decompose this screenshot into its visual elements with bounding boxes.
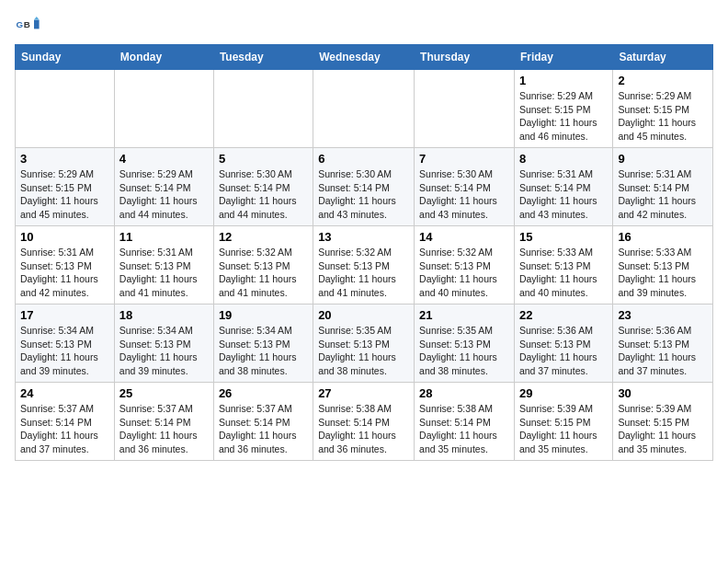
day-info: Sunrise: 5:30 AMSunset: 5:14 PMDaylight:… (318, 167, 409, 222)
day-number: 3 (20, 152, 109, 166)
day-info: Sunrise: 5:32 AMSunset: 5:13 PMDaylight:… (419, 246, 509, 300)
day-info: Sunrise: 5:29 AMSunset: 5:15 PMDaylight:… (20, 167, 109, 222)
day-info: Sunrise: 5:34 AMSunset: 5:13 PMDaylight:… (20, 324, 109, 378)
calendar-cell: 30Sunrise: 5:39 AMSunset: 5:15 PMDayligh… (613, 383, 713, 461)
day-number: 24 (20, 386, 109, 400)
day-number: 28 (419, 386, 509, 400)
calendar-cell: 1Sunrise: 5:29 AMSunset: 5:15 PMDaylight… (514, 70, 612, 148)
day-info: Sunrise: 5:33 AMSunset: 5:13 PMDaylight:… (519, 246, 608, 300)
day-number: 19 (219, 308, 308, 322)
week-row-5: 24Sunrise: 5:37 AMSunset: 5:14 PMDayligh… (16, 383, 713, 461)
calendar-cell: 8Sunrise: 5:31 AMSunset: 5:14 PMDaylight… (514, 148, 612, 226)
day-number: 7 (419, 152, 509, 166)
day-number: 27 (318, 386, 409, 400)
calendar-table: SundayMondayTuesdayWednesdayThursdayFrid… (15, 44, 713, 461)
calendar-cell (313, 70, 415, 148)
weekday-header-friday: Friday (514, 45, 612, 70)
day-info: Sunrise: 5:29 AMSunset: 5:15 PMDaylight:… (519, 89, 608, 144)
calendar-cell: 12Sunrise: 5:32 AMSunset: 5:13 PMDayligh… (213, 226, 313, 304)
day-number: 12 (219, 230, 308, 244)
day-info: Sunrise: 5:36 AMSunset: 5:13 PMDaylight:… (618, 324, 708, 378)
day-number: 6 (318, 152, 409, 166)
calendar-cell: 18Sunrise: 5:34 AMSunset: 5:13 PMDayligh… (114, 304, 213, 383)
day-info: Sunrise: 5:39 AMSunset: 5:15 PMDaylight:… (618, 402, 708, 456)
calendar-cell: 25Sunrise: 5:37 AMSunset: 5:14 PMDayligh… (114, 383, 213, 461)
calendar-cell: 14Sunrise: 5:32 AMSunset: 5:13 PMDayligh… (415, 226, 515, 304)
calendar-cell: 3Sunrise: 5:29 AMSunset: 5:15 PMDaylight… (16, 148, 115, 226)
weekday-header-wednesday: Wednesday (313, 45, 415, 70)
logo-icon: G B (15, 15, 40, 40)
day-number: 1 (519, 74, 608, 87)
day-info: Sunrise: 5:34 AMSunset: 5:13 PMDaylight:… (119, 324, 209, 378)
svg-marker-3 (34, 17, 40, 20)
day-number: 4 (119, 152, 209, 166)
weekday-header-saturday: Saturday (613, 45, 713, 70)
day-info: Sunrise: 5:37 AMSunset: 5:14 PMDaylight:… (119, 402, 209, 456)
logo: G B (15, 15, 44, 40)
day-info: Sunrise: 5:32 AMSunset: 5:13 PMDaylight:… (219, 246, 308, 300)
day-number: 17 (20, 308, 109, 322)
day-info: Sunrise: 5:31 AMSunset: 5:14 PMDaylight:… (618, 167, 708, 222)
calendar-cell (16, 70, 115, 148)
day-number: 16 (618, 230, 708, 244)
day-number: 26 (219, 386, 308, 400)
day-info: Sunrise: 5:31 AMSunset: 5:14 PMDaylight:… (519, 167, 608, 222)
weekday-header-row: SundayMondayTuesdayWednesdayThursdayFrid… (16, 45, 713, 70)
day-number: 14 (419, 230, 509, 244)
day-info: Sunrise: 5:33 AMSunset: 5:13 PMDaylight:… (618, 246, 708, 300)
calendar-cell: 5Sunrise: 5:30 AMSunset: 5:14 PMDaylight… (213, 148, 313, 226)
calendar-cell: 21Sunrise: 5:35 AMSunset: 5:13 PMDayligh… (415, 304, 515, 383)
weekday-header-tuesday: Tuesday (213, 45, 313, 70)
day-info: Sunrise: 5:31 AMSunset: 5:13 PMDaylight:… (119, 246, 209, 300)
day-info: Sunrise: 5:32 AMSunset: 5:13 PMDaylight:… (318, 246, 409, 300)
weekday-header-monday: Monday (114, 45, 213, 70)
calendar-cell: 28Sunrise: 5:38 AMSunset: 5:14 PMDayligh… (415, 383, 515, 461)
day-number: 8 (519, 152, 608, 166)
day-number: 29 (519, 386, 608, 400)
day-number: 30 (618, 386, 708, 400)
week-row-3: 10Sunrise: 5:31 AMSunset: 5:13 PMDayligh… (16, 226, 713, 304)
svg-text:B: B (24, 19, 30, 29)
calendar-cell: 11Sunrise: 5:31 AMSunset: 5:13 PMDayligh… (114, 226, 213, 304)
day-info: Sunrise: 5:29 AMSunset: 5:14 PMDaylight:… (119, 167, 209, 222)
day-info: Sunrise: 5:37 AMSunset: 5:14 PMDaylight:… (20, 402, 109, 456)
day-info: Sunrise: 5:39 AMSunset: 5:15 PMDaylight:… (519, 402, 608, 456)
day-info: Sunrise: 5:38 AMSunset: 5:14 PMDaylight:… (318, 402, 409, 456)
day-number: 10 (20, 230, 109, 244)
calendar-cell: 13Sunrise: 5:32 AMSunset: 5:13 PMDayligh… (313, 226, 415, 304)
day-number: 22 (519, 308, 608, 322)
calendar-cell: 6Sunrise: 5:30 AMSunset: 5:14 PMDaylight… (313, 148, 415, 226)
svg-text:G: G (16, 19, 23, 29)
calendar-cell (213, 70, 313, 148)
calendar-cell: 20Sunrise: 5:35 AMSunset: 5:13 PMDayligh… (313, 304, 415, 383)
day-number: 15 (519, 230, 608, 244)
calendar-cell (415, 70, 515, 148)
week-row-4: 17Sunrise: 5:34 AMSunset: 5:13 PMDayligh… (16, 304, 713, 383)
weekday-header-thursday: Thursday (415, 45, 515, 70)
calendar-cell: 22Sunrise: 5:36 AMSunset: 5:13 PMDayligh… (514, 304, 612, 383)
calendar-cell: 19Sunrise: 5:34 AMSunset: 5:13 PMDayligh… (213, 304, 313, 383)
day-number: 18 (119, 308, 209, 322)
weekday-header-sunday: Sunday (16, 45, 115, 70)
day-number: 20 (318, 308, 409, 322)
day-info: Sunrise: 5:36 AMSunset: 5:13 PMDaylight:… (519, 324, 608, 378)
day-number: 2 (618, 74, 708, 87)
calendar-cell: 16Sunrise: 5:33 AMSunset: 5:13 PMDayligh… (613, 226, 713, 304)
calendar-cell: 24Sunrise: 5:37 AMSunset: 5:14 PMDayligh… (16, 383, 115, 461)
day-number: 25 (119, 386, 209, 400)
day-info: Sunrise: 5:38 AMSunset: 5:14 PMDaylight:… (419, 402, 509, 456)
day-number: 23 (618, 308, 708, 322)
calendar-cell (114, 70, 213, 148)
calendar-cell: 26Sunrise: 5:37 AMSunset: 5:14 PMDayligh… (213, 383, 313, 461)
day-number: 21 (419, 308, 509, 322)
calendar-cell: 10Sunrise: 5:31 AMSunset: 5:13 PMDayligh… (16, 226, 115, 304)
day-number: 13 (318, 230, 409, 244)
calendar-cell: 29Sunrise: 5:39 AMSunset: 5:15 PMDayligh… (514, 383, 612, 461)
day-number: 11 (119, 230, 209, 244)
day-info: Sunrise: 5:34 AMSunset: 5:13 PMDaylight:… (219, 324, 308, 378)
day-info: Sunrise: 5:30 AMSunset: 5:14 PMDaylight:… (419, 167, 509, 222)
day-info: Sunrise: 5:35 AMSunset: 5:13 PMDaylight:… (318, 324, 409, 378)
day-info: Sunrise: 5:30 AMSunset: 5:14 PMDaylight:… (219, 167, 308, 222)
calendar-cell: 23Sunrise: 5:36 AMSunset: 5:13 PMDayligh… (613, 304, 713, 383)
calendar-cell: 27Sunrise: 5:38 AMSunset: 5:14 PMDayligh… (313, 383, 415, 461)
